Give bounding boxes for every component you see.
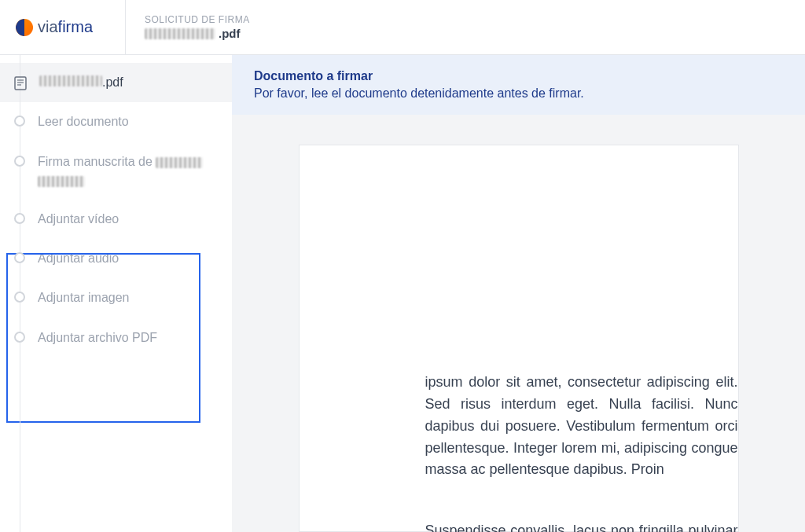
sidebar-item-attach-pdf[interactable]: Adjuntar archivo PDF [0, 318, 232, 358]
main-content: Documento a firmar Por favor, lee el doc… [232, 55, 805, 532]
sidebar-item-document[interactable]: .pdf [0, 63, 232, 102]
instruction-text: Por favor, lee el documento detenidament… [254, 86, 783, 101]
sidebar-item-read[interactable]: Leer documento [0, 102, 232, 141]
app-header: viafirma SOLICITUD DE FIRMA .pdf [0, 0, 805, 55]
sidebar-item-attach-image[interactable]: Adjuntar imagen [0, 278, 232, 317]
sidebar-item-attach-video[interactable]: Adjuntar vídeo [0, 200, 232, 239]
request-label: SOLICITUD DE FIRMA [145, 14, 250, 25]
signer-name-redacted-2 [38, 176, 85, 187]
instruction-banner: Documento a firmar Por favor, lee el doc… [232, 55, 805, 115]
sidebar-item-signature[interactable]: Firma manuscrita de [0, 142, 232, 200]
step-label: Adjuntar archivo PDF [38, 329, 157, 347]
signer-name-redacted [156, 157, 203, 168]
filename-redacted [145, 28, 215, 39]
circle-icon [14, 292, 25, 303]
step-label: Adjuntar imagen [38, 289, 130, 306]
circle-icon [14, 116, 25, 127]
viafirma-logo-icon [16, 19, 33, 36]
step-label: Adjuntar audio [38, 250, 119, 267]
document-text: ipsum dolor sit amet, consectetur adipis… [425, 350, 738, 532]
instruction-title: Documento a firmar [254, 69, 783, 83]
step-label: Adjuntar vídeo [38, 211, 119, 228]
document-filename: .pdf [145, 27, 250, 40]
document-icon [14, 76, 27, 90]
svg-rect-0 [15, 77, 26, 90]
logo[interactable]: viafirma [0, 0, 126, 54]
logo-text: viafirma [38, 18, 93, 36]
filename-redacted-sidebar [39, 75, 102, 86]
sidebar-item-attach-audio[interactable]: Adjuntar audio [0, 239, 232, 278]
circle-icon [14, 252, 25, 263]
document-title-area: SOLICITUD DE FIRMA .pdf [126, 14, 269, 40]
document-preview[interactable]: ipsum dolor sit amet, consectetur adipis… [232, 115, 805, 532]
circle-icon [14, 156, 25, 167]
circle-icon [14, 213, 25, 224]
document-page: ipsum dolor sit amet, consectetur adipis… [299, 145, 739, 532]
step-label: Leer documento [38, 113, 129, 130]
circle-icon [14, 332, 25, 343]
steps-sidebar: .pdf Leer documento Firma manuscrita de … [0, 55, 232, 532]
step-label: Firma manuscrita de [38, 153, 203, 189]
document-label: .pdf [39, 74, 123, 91]
